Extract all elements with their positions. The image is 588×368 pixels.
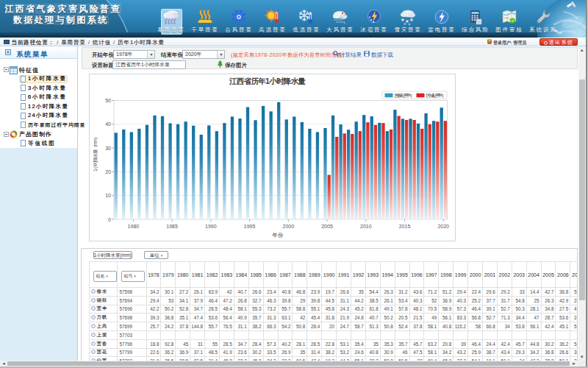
svg-text:20: 20 xyxy=(105,169,111,174)
svg-text:1小时降水量（mm）: 1小时降水量（mm） xyxy=(93,135,98,171)
svg-text:2000: 2000 xyxy=(282,224,294,229)
svg-text:1995: 1995 xyxy=(243,224,255,229)
svg-text:40: 40 xyxy=(105,121,111,127)
svg-text:2020: 2020 xyxy=(437,224,449,229)
svg-text:2005: 2005 xyxy=(321,224,333,229)
svg-text:30: 30 xyxy=(105,146,111,151)
svg-text:1985: 1985 xyxy=(166,224,178,229)
svg-text:国家站平均: 国家站平均 xyxy=(394,93,412,99)
svg-text:2010: 2010 xyxy=(360,224,372,229)
svg-text:1980: 1980 xyxy=(127,224,139,229)
svg-text:10: 10 xyxy=(105,193,111,198)
svg-text:1990: 1990 xyxy=(205,224,217,229)
svg-text:年份: 年份 xyxy=(271,232,284,238)
svg-text:2015: 2015 xyxy=(398,224,410,229)
svg-text:区域站平均: 区域站平均 xyxy=(426,93,443,99)
svg-text:50: 50 xyxy=(105,98,111,103)
svg-text:0: 0 xyxy=(108,217,111,222)
svg-text:江西省历年1小时降水量: 江西省历年1小时降水量 xyxy=(229,77,307,85)
